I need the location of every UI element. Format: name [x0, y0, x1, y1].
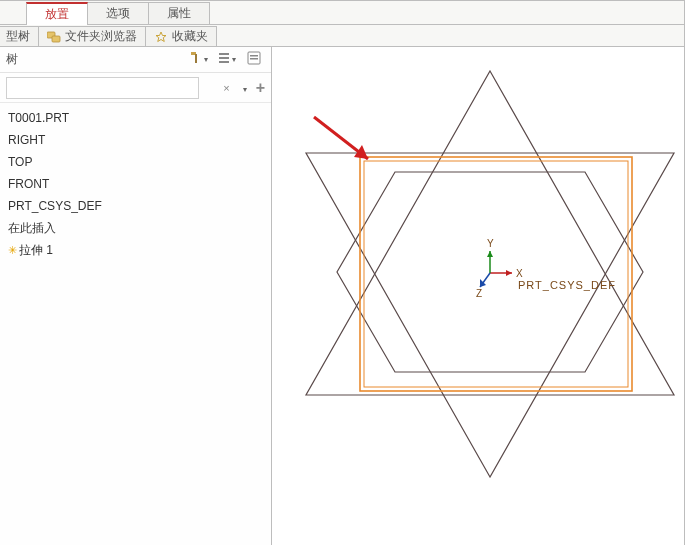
columns: 树 ▾ ▾ — [0, 47, 684, 545]
svg-rect-6 — [219, 57, 229, 59]
tree-toolbar: 树 ▾ ▾ — [0, 47, 271, 73]
sun-icon: ✳ — [8, 244, 17, 257]
csys-label: PRT_CSYS_DEF — [518, 279, 616, 291]
settings-icon — [247, 51, 261, 68]
model-tree-panel: 树 ▾ ▾ — [0, 47, 272, 545]
tree-item-label: 拉伸 1 — [19, 242, 53, 259]
tab-options-label: 选项 — [106, 5, 130, 22]
model-tree: T0001.PRT RIGHT TOP FRONT PRT_CSYS_DEF 在… — [0, 103, 271, 261]
svg-rect-1 — [52, 36, 60, 42]
tree-filter-row: × ▾ + — [0, 73, 271, 103]
csys-z-label: Z — [476, 288, 482, 299]
svg-rect-4 — [195, 54, 197, 63]
svg-marker-12 — [354, 145, 368, 159]
tree-item[interactable]: TOP — [0, 151, 271, 173]
tree-item[interactable]: RIGHT — [0, 129, 271, 151]
chevron-down-icon: ▾ — [204, 55, 208, 64]
tab-placement-label: 放置 — [45, 6, 69, 23]
tree-item-label: RIGHT — [8, 133, 45, 147]
svg-rect-7 — [219, 61, 229, 63]
triangle-up — [306, 71, 674, 395]
svg-rect-9 — [250, 55, 258, 57]
highlighted-square-inner — [364, 161, 628, 387]
svg-rect-5 — [219, 53, 229, 55]
tab-placement[interactable]: 放置 — [26, 2, 88, 24]
tree-item[interactable]: ✳拉伸 1 — [0, 239, 271, 261]
tree-item-label: FRONT — [8, 177, 49, 191]
tab-favorites-label: 收藏夹 — [172, 28, 208, 45]
tab-model-tree[interactable]: 型树 — [0, 26, 39, 46]
tree-item[interactable]: FRONT — [0, 173, 271, 195]
plus-icon: + — [256, 79, 265, 96]
tree-title: 树 — [6, 51, 181, 68]
tree-filter-input[interactable] — [6, 77, 199, 99]
tab-options[interactable]: 选项 — [87, 2, 149, 24]
add-button[interactable]: + — [256, 79, 265, 97]
tree-item-label: 在此插入 — [8, 220, 56, 237]
canvas-svg: X Y Z PRT_CSYS_DEF — [272, 47, 684, 545]
svg-marker-2 — [156, 32, 166, 42]
tab-favorites[interactable]: 收藏夹 — [145, 26, 217, 46]
svg-rect-10 — [250, 58, 258, 60]
chevron-down-icon: ▾ — [243, 85, 247, 94]
folders-icon — [47, 30, 61, 44]
chevron-down-icon: ▾ — [232, 55, 236, 64]
tab-folder-browser-label: 文件夹浏览器 — [65, 28, 137, 45]
csys-y-label: Y — [487, 238, 494, 249]
csys: X Y Z PRT_CSYS_DEF — [476, 238, 616, 299]
star-icon — [154, 30, 168, 44]
filter-input-wrap: × — [6, 77, 234, 99]
tab-folder-browser[interactable]: 文件夹浏览器 — [38, 26, 146, 46]
tree-item[interactable]: 在此插入 — [0, 217, 271, 239]
tree-item-label: PRT_CSYS_DEF — [8, 199, 102, 213]
app-window: 放置 选项 属性 型树 文件夹浏览器 收藏夹 树 — [0, 0, 685, 545]
filter-dropdown[interactable]: ▾ — [240, 81, 250, 95]
ribbon-tabs: 放置 选项 属性 — [0, 1, 684, 25]
highlighted-square-outer — [360, 157, 632, 391]
tree-item[interactable]: T0001.PRT — [0, 107, 271, 129]
tab-attributes[interactable]: 属性 — [148, 2, 210, 24]
tab-attributes-label: 属性 — [167, 5, 191, 22]
svg-marker-16 — [487, 251, 493, 257]
tree-item-label: TOP — [8, 155, 32, 169]
tree-settings-button[interactable] — [243, 50, 265, 70]
tree-item-label: T0001.PRT — [8, 111, 69, 125]
hammer-icon — [189, 51, 203, 68]
panel-tabs: 型树 文件夹浏览器 收藏夹 — [0, 25, 684, 47]
tree-display-button[interactable]: ▾ — [215, 50, 237, 70]
tree-item[interactable]: PRT_CSYS_DEF — [0, 195, 271, 217]
tree-tools-button[interactable]: ▾ — [187, 50, 209, 70]
list-icon — [217, 51, 231, 68]
tab-model-tree-label: 型树 — [6, 28, 30, 45]
triangle-down — [306, 153, 674, 477]
graphics-canvas[interactable]: X Y Z PRT_CSYS_DEF — [272, 47, 684, 545]
csys-x-label: X — [516, 268, 523, 279]
svg-marker-14 — [506, 270, 512, 276]
clear-icon[interactable]: × — [223, 82, 229, 94]
